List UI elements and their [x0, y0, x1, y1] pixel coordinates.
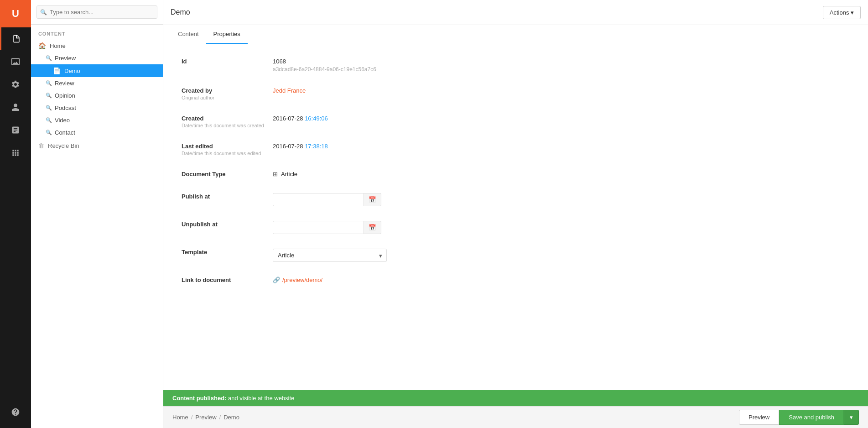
field-value-created-by: Jedd France — [273, 87, 850, 94]
status-suffix: and visible at the website — [228, 395, 294, 402]
footer-bar: Home / Preview / Demo Preview Save and p… — [163, 406, 868, 428]
field-label-created-by: Created by — [182, 87, 273, 94]
tree-item-contact[interactable]: 🔍 Contact — [31, 126, 163, 139]
breadcrumb-preview[interactable]: Preview — [195, 414, 216, 421]
field-label-template: Template — [182, 249, 273, 256]
last-edited-date: 2016-07-28 — [273, 143, 305, 150]
breadcrumb-sep-2: / — [219, 414, 221, 421]
recycle-bin[interactable]: 🗑 Recycle Bin — [31, 139, 163, 153]
tree-item-label-podcast: Podcast — [55, 104, 76, 111]
publish-at-input-wrap: 📅 — [273, 193, 850, 206]
tree-item-opinion[interactable]: 🔍 Opinion — [31, 89, 163, 102]
expand-icon-contact: 🔍 — [46, 130, 52, 136]
tree-item-preview[interactable]: 🔍 Preview — [31, 52, 163, 64]
recycle-bin-label: Recycle Bin — [48, 142, 79, 149]
tree-item-video[interactable]: 🔍 Video — [31, 114, 163, 126]
publish-at-calendar-button[interactable]: 📅 — [364, 193, 381, 206]
field-desc-created: Date/time this document was created — [182, 123, 273, 128]
section-label-content: CONTENT — [31, 25, 163, 39]
document-type-icon: ⊞ — [273, 171, 278, 177]
expand-icon-review: 🔍 — [46, 80, 52, 86]
unpublish-at-calendar-button[interactable]: 📅 — [364, 221, 381, 234]
status-bar: Content published: and visible at the we… — [163, 390, 868, 406]
author-link[interactable]: Jedd France — [273, 87, 306, 94]
sidebar-icon-forms[interactable] — [0, 119, 31, 141]
sidebar-icon-content[interactable] — [0, 27, 31, 50]
field-value-id: 1068 a3dcad8e-6a20-4884-9a06-c19e1c56a7c… — [273, 58, 850, 73]
document-type-value: Article — [281, 171, 297, 177]
field-value-created: 2016-07-28 16:49:06 — [273, 115, 850, 122]
breadcrumb-demo: Demo — [223, 414, 239, 421]
field-label-last-edited: Last edited — [182, 143, 273, 150]
recycle-bin-icon: 🗑 — [38, 142, 44, 149]
template-select-wrap: Article — [273, 249, 387, 262]
publish-at-input[interactable] — [273, 193, 364, 206]
save-and-publish-button[interactable]: Save and publish — [779, 410, 844, 425]
template-select[interactable]: Article — [273, 249, 387, 262]
tab-properties[interactable]: Properties — [206, 25, 248, 44]
field-row-created: Created Date/time this document was crea… — [182, 115, 850, 128]
external-link-icon: 🔗 — [273, 277, 280, 283]
breadcrumb-home[interactable]: Home — [172, 414, 188, 421]
unpublish-at-input[interactable] — [273, 221, 364, 234]
save-and-publish-arrow-button[interactable]: ▾ — [844, 410, 859, 425]
tree-item-label-video: Video — [55, 117, 70, 124]
expand-icon-video: 🔍 — [46, 117, 52, 123]
tree-item-label-review: Review — [55, 80, 74, 87]
tree-item-label-home: Home — [50, 42, 66, 49]
id-main: 1068 — [273, 58, 850, 65]
expand-icon-opinion: 🔍 — [46, 93, 52, 99]
field-desc-created-by: Original author — [182, 95, 273, 100]
field-desc-last-edited: Date/time this document was edited — [182, 151, 273, 156]
field-label-id: Id — [182, 58, 273, 65]
top-bar: Demo Actions ▾ — [163, 0, 868, 25]
tab-content[interactable]: Content — [171, 25, 206, 44]
field-label-document-type: Document Type — [182, 171, 273, 177]
tree-item-home[interactable]: 🏠 Home — [31, 39, 163, 52]
field-row-link-to-document: Link to document 🔗 /preview/demo/ — [182, 277, 850, 284]
tree-item-review[interactable]: 🔍 Review — [31, 77, 163, 89]
sidebar-icon-users[interactable] — [0, 96, 31, 119]
tree-item-podcast[interactable]: 🔍 Podcast — [31, 102, 163, 114]
field-label-created: Created — [182, 115, 273, 122]
content-panel: Id 1068 a3dcad8e-6a20-4884-9a06-c19e1c56… — [163, 44, 868, 390]
sidebar-icon-help[interactable] — [0, 401, 31, 423]
forms-icon — [11, 125, 20, 135]
document-icon — [12, 34, 21, 43]
tree-sidebar: 🔍 CONTENT 🏠 Home 🔍 Preview 📄 Demo 🔍 Revi… — [31, 0, 163, 428]
users-icon — [11, 103, 20, 112]
tree-item-label-opinion: Opinion — [55, 92, 75, 99]
field-row-template: Template Article — [182, 249, 850, 262]
field-value-document-type: ⊞ Article — [273, 171, 850, 177]
tree-item-label-contact: Contact — [55, 129, 75, 136]
search-input[interactable] — [36, 5, 157, 19]
field-row-id: Id 1068 a3dcad8e-6a20-4884-9a06-c19e1c56… — [182, 58, 850, 73]
field-row-created-by: Created by Original author Jedd France — [182, 87, 850, 100]
sidebar-icon-media[interactable] — [0, 50, 31, 73]
preview-button[interactable]: Preview — [739, 410, 779, 425]
tree-item-demo[interactable]: 📄 Demo — [31, 64, 163, 77]
field-label-link-to-document: Link to document — [182, 277, 273, 283]
field-row-unpublish-at: Unpublish at 📅 — [182, 221, 850, 234]
sidebar-icon-packages[interactable] — [0, 141, 31, 164]
footer-actions: Preview Save and publish ▾ — [739, 410, 859, 425]
help-icon — [11, 407, 20, 417]
main-area: Demo Actions ▾ Content Properties Id 106… — [163, 0, 868, 428]
sidebar-icon-settings[interactable] — [0, 73, 31, 96]
field-label-publish-at: Publish at — [182, 193, 273, 200]
page-icon: 📄 — [53, 67, 61, 74]
actions-button[interactable]: Actions ▾ — [823, 6, 861, 19]
created-time: 16:49:06 — [305, 115, 328, 122]
field-row-last-edited: Last edited Date/time this document was … — [182, 143, 850, 156]
expand-icon-podcast: 🔍 — [46, 105, 52, 111]
field-label-unpublish-at: Unpublish at — [182, 221, 273, 228]
link-to-document-value[interactable]: 🔗 /preview/demo/ — [273, 277, 850, 283]
tree-item-label-preview: Preview — [55, 55, 76, 62]
icon-sidebar: U — [0, 0, 31, 428]
created-date: 2016-07-28 — [273, 115, 305, 122]
media-icon — [11, 57, 20, 66]
field-row-document-type: Document Type ⊞ Article — [182, 171, 850, 178]
logo-button[interactable]: U — [0, 0, 31, 27]
home-icon: 🏠 — [38, 42, 46, 49]
tree-item-label-demo: Demo — [64, 68, 80, 74]
